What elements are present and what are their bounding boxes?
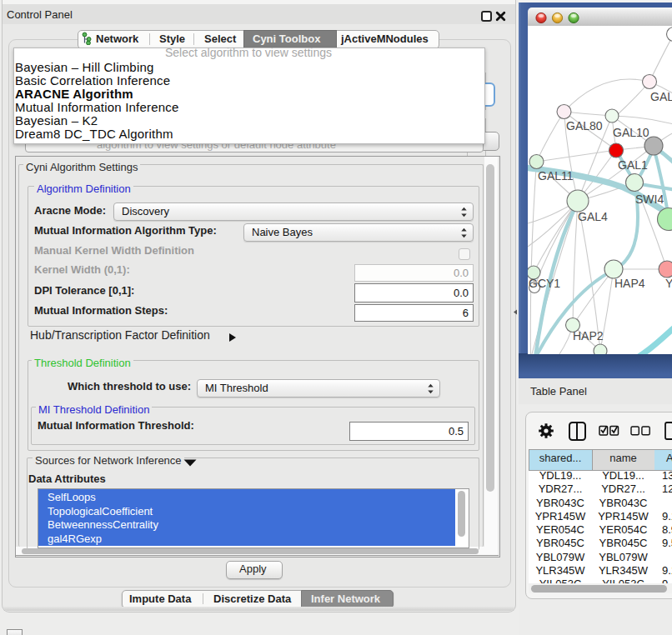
svg-text:HAP2: HAP2: [573, 329, 604, 342]
svg-text:GAL1: GAL1: [618, 158, 648, 172]
svg-text:GAL11: GAL11: [538, 169, 574, 182]
svg-text:GAL: GAL: [650, 90, 672, 103]
svg-text:GCY1: GCY1: [529, 277, 560, 290]
svg-text:HAP4: HAP4: [614, 277, 645, 290]
svg-text:GAL10: GAL10: [613, 126, 649, 139]
svg-text:GAL80: GAL80: [566, 119, 603, 132]
svg-text:GAL4: GAL4: [578, 210, 608, 223]
svg-text:SWI4: SWI4: [635, 192, 664, 206]
svg-text:Y: Y: [665, 277, 672, 290]
